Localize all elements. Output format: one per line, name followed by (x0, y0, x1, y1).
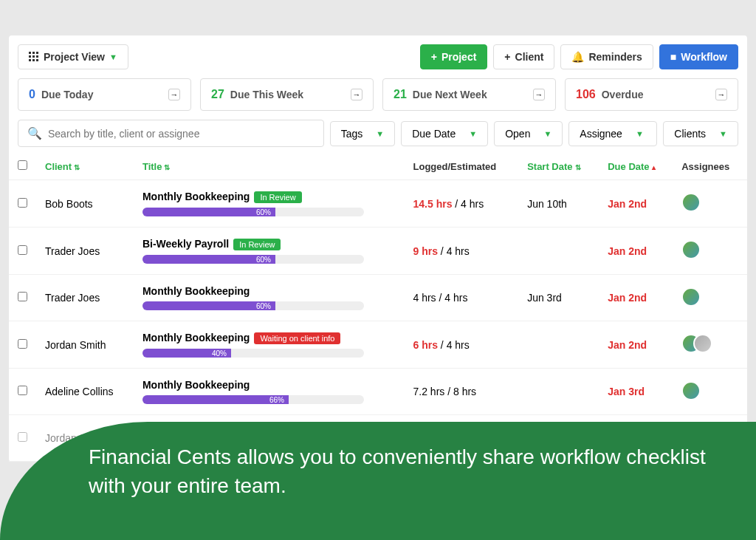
start-date-cell (518, 369, 599, 415)
filter-open[interactable]: Open▼ (494, 121, 563, 146)
new-project-button[interactable]: + Project (420, 44, 488, 69)
filter-due-date[interactable]: Due Date▼ (401, 121, 488, 146)
assignees-cell (673, 321, 747, 369)
stat-count: 0 (29, 88, 35, 100)
filter-assignee[interactable]: Assignee▼ (568, 121, 657, 146)
start-date-cell (518, 228, 599, 275)
client-cell: Trader Joes (36, 228, 134, 275)
progress-bar: 66% (142, 395, 364, 404)
video-icon: ■ (670, 51, 676, 63)
promo-banner: Financial Cents allows you to convenient… (0, 422, 756, 540)
title-cell: Monthly Bookkeeping (142, 379, 396, 391)
progress-bar: 60% (142, 301, 364, 310)
plus-icon: + (504, 51, 510, 63)
logged-cell: 4 hrs / 4 hrs (405, 275, 519, 321)
col-assignees: Assignees (673, 153, 747, 180)
logged-cell: 14.5 hrs / 4 hrs (405, 180, 519, 228)
row-checkbox[interactable] (18, 339, 27, 349)
chevron-down-icon: ▼ (109, 52, 117, 61)
table-row[interactable]: Jordan Smith Monthly BookkeepingWaiting … (9, 321, 747, 369)
filter-clients[interactable]: Clients▼ (663, 121, 738, 146)
stat-card[interactable]: 27Due This Week→ (200, 78, 374, 111)
progress-bar: 60% (142, 255, 364, 264)
bell-icon: 🔔 (571, 51, 584, 63)
select-all-checkbox[interactable] (18, 160, 27, 170)
workflow-button[interactable]: ■ Workflow (659, 44, 738, 69)
title-cell: Monthly BookkeepingIn Review (142, 191, 396, 203)
arrow-right-icon[interactable]: → (715, 89, 727, 100)
table-row[interactable]: Trader Joes Bi-Weekly PayrollIn Review 6… (9, 228, 747, 275)
progress-bar: 60% (142, 208, 364, 216)
stat-count: 21 (394, 88, 407, 100)
table-row[interactable]: Bob Boots Monthly BookkeepingIn Review 6… (9, 180, 747, 228)
col-client[interactable]: Client⇅ (36, 153, 134, 180)
client-cell: Trader Joes (36, 275, 134, 321)
start-date-cell: Jun 10th (518, 180, 599, 228)
stat-count: 27 (211, 88, 224, 100)
arrow-right-icon[interactable]: → (351, 89, 362, 100)
new-client-button[interactable]: + Client (493, 44, 554, 69)
sort-asc-icon: ▴ (652, 163, 656, 171)
assignees-cell (673, 228, 747, 275)
stat-count: 106 (576, 88, 596, 100)
row-checkbox[interactable] (18, 292, 27, 301)
avatar[interactable] (693, 334, 712, 353)
row-checkbox[interactable] (18, 386, 27, 395)
chevron-down-icon: ▼ (469, 129, 477, 138)
sort-icon: ⇅ (74, 163, 80, 171)
plus-icon: + (431, 51, 437, 63)
avatar[interactable] (681, 240, 701, 259)
table-row[interactable]: Adeline Collins Monthly Bookkeeping 66% … (9, 369, 747, 415)
client-cell: Adeline Collins (36, 369, 134, 415)
stat-card[interactable]: 0Due Today→ (18, 78, 191, 111)
row-checkbox[interactable] (18, 198, 27, 208)
arrow-right-icon[interactable]: → (533, 89, 545, 100)
table-row[interactable]: Trader Joes Monthly Bookkeeping 60% 4 hr… (9, 275, 747, 321)
title-cell: Monthly Bookkeeping (142, 285, 396, 297)
search-input-wrapper[interactable]: 🔍 (18, 120, 324, 147)
chevron-down-icon: ▼ (719, 129, 727, 138)
client-cell: Bob Boots (36, 180, 134, 228)
col-due[interactable]: Due Date▴ (599, 153, 673, 180)
stat-label: Due Today (41, 89, 94, 100)
avatar[interactable] (681, 287, 701, 307)
due-date-cell: Jan 2nd (599, 321, 673, 369)
chevron-down-icon: ▼ (543, 129, 551, 138)
stat-label: Due Next Week (413, 89, 487, 100)
due-date-cell: Jan 2nd (599, 228, 673, 275)
status-badge: In Review (233, 239, 281, 250)
stat-card[interactable]: 21Due Next Week→ (382, 78, 556, 111)
start-date-cell (518, 321, 599, 369)
start-date-cell: Jun 3rd (518, 275, 599, 321)
avatar[interactable] (681, 193, 701, 212)
stat-label: Due This Week (230, 89, 303, 100)
project-view-dropdown[interactable]: Project View ▼ (18, 44, 128, 69)
avatar[interactable] (681, 381, 701, 400)
due-date-cell: Jan 2nd (599, 180, 673, 228)
client-cell: Jordan Smith (36, 321, 134, 369)
row-checkbox[interactable] (18, 245, 27, 255)
chevron-down-icon: ▼ (636, 129, 644, 138)
logged-cell: 6 hrs / 4 hrs (405, 321, 519, 369)
title-cell: Monthly BookkeepingWaiting on client inf… (142, 332, 396, 344)
reminders-button[interactable]: 🔔 Reminders (560, 44, 653, 69)
assignees-cell (673, 275, 747, 321)
search-icon: 🔍 (27, 126, 42, 140)
col-title[interactable]: Title⇅ (134, 153, 405, 180)
chevron-down-icon: ▼ (376, 129, 384, 138)
progress-bar: 40% (142, 349, 364, 358)
search-input[interactable] (48, 128, 315, 140)
arrow-right-icon[interactable]: → (168, 89, 180, 100)
logged-cell: 9 hrs / 4 hrs (405, 228, 519, 275)
view-label: Project View (44, 51, 105, 63)
banner-text: Financial Cents allows you to convenient… (0, 422, 756, 500)
sort-icon: ⇅ (575, 163, 581, 171)
stat-label: Overdue (602, 89, 644, 100)
status-badge: Waiting on client info (254, 332, 340, 344)
filter-tags[interactable]: Tags▼ (330, 121, 395, 146)
stat-card[interactable]: 106Overdue→ (565, 78, 738, 111)
title-cell: Bi-Weekly PayrollIn Review (142, 238, 396, 250)
grid-icon (29, 52, 39, 62)
col-start[interactable]: Start Date⇅ (518, 153, 599, 180)
sort-icon: ⇅ (164, 163, 170, 171)
